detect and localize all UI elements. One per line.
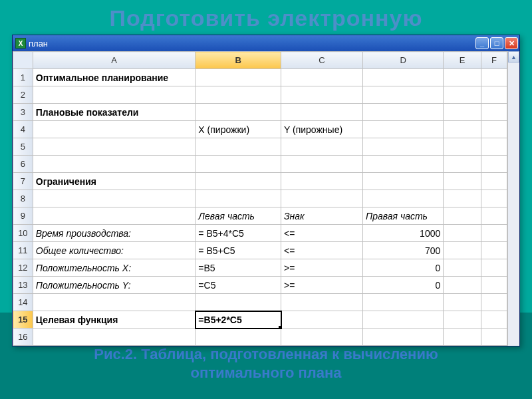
row-header[interactable]: 1 bbox=[13, 69, 33, 86]
cell-C8[interactable] bbox=[281, 190, 363, 207]
cell-B2[interactable] bbox=[196, 86, 281, 104]
cell-D11[interactable]: 700 bbox=[363, 242, 444, 259]
cell-A6[interactable] bbox=[33, 156, 196, 173]
cell-A7[interactable]: Ограничения bbox=[33, 173, 196, 190]
row-header[interactable]: 15 bbox=[13, 311, 33, 329]
cell-D8[interactable] bbox=[363, 190, 444, 207]
cell-E16[interactable] bbox=[444, 329, 481, 346]
cell-D12[interactable]: 0 bbox=[363, 259, 444, 277]
row-header[interactable]: 4 bbox=[13, 121, 33, 138]
cell-D6[interactable] bbox=[363, 156, 444, 173]
cell-F14[interactable] bbox=[481, 294, 507, 311]
col-header-A[interactable]: A bbox=[33, 52, 196, 69]
row-header[interactable]: 12 bbox=[13, 259, 33, 277]
select-all-corner[interactable] bbox=[13, 52, 33, 69]
cell-F8[interactable] bbox=[481, 190, 507, 207]
row-header[interactable]: 9 bbox=[13, 207, 33, 225]
col-header-E[interactable]: E bbox=[444, 52, 481, 69]
cell-A1[interactable]: Оптимальное планирование bbox=[33, 69, 196, 86]
cell-F4[interactable] bbox=[481, 121, 507, 138]
cell-D15[interactable] bbox=[363, 311, 444, 329]
cell-A14[interactable] bbox=[33, 294, 196, 311]
cell-F13[interactable] bbox=[481, 277, 507, 294]
maximize-button[interactable]: □ bbox=[490, 37, 503, 49]
cell-A16[interactable] bbox=[33, 329, 196, 346]
cell-D4[interactable] bbox=[363, 121, 444, 138]
cell-A3[interactable]: Плановые показатели bbox=[33, 104, 196, 121]
cell-B1[interactable] bbox=[196, 69, 281, 86]
cell-E3[interactable] bbox=[444, 104, 481, 121]
close-button[interactable]: ✕ bbox=[505, 37, 518, 49]
cell-B6[interactable] bbox=[196, 156, 281, 173]
cell-E10[interactable] bbox=[444, 225, 481, 242]
cell-E8[interactable] bbox=[444, 190, 481, 207]
cell-D2[interactable] bbox=[363, 86, 444, 104]
cell-F3[interactable] bbox=[481, 104, 507, 121]
cell-B13[interactable]: =C5 bbox=[196, 277, 281, 294]
cell-F5[interactable] bbox=[481, 138, 507, 156]
cell-E1[interactable] bbox=[444, 69, 481, 86]
cell-E6[interactable] bbox=[444, 156, 481, 173]
col-header-F[interactable]: F bbox=[481, 52, 507, 69]
cell-A13[interactable]: Положительность Y: bbox=[33, 277, 196, 294]
cell-F11[interactable] bbox=[481, 242, 507, 259]
cell-F6[interactable] bbox=[481, 156, 507, 173]
cell-C7[interactable] bbox=[281, 173, 363, 190]
cell-C12[interactable]: >= bbox=[281, 259, 363, 277]
cell-E14[interactable] bbox=[444, 294, 481, 311]
cell-C3[interactable] bbox=[281, 104, 363, 121]
cell-E4[interactable] bbox=[444, 121, 481, 138]
row-header[interactable]: 11 bbox=[13, 242, 33, 259]
cell-F10[interactable] bbox=[481, 225, 507, 242]
cell-F7[interactable] bbox=[481, 173, 507, 190]
cell-D16[interactable] bbox=[363, 329, 444, 346]
cell-D1[interactable] bbox=[363, 69, 444, 86]
cell-B11[interactable]: = B5+C5 bbox=[196, 242, 281, 259]
cell-F9[interactable] bbox=[481, 207, 507, 225]
col-header-C[interactable]: C bbox=[281, 52, 363, 69]
cell-B5[interactable] bbox=[196, 138, 281, 156]
cell-B8[interactable] bbox=[196, 190, 281, 207]
cell-A12[interactable]: Положительность X: bbox=[33, 259, 196, 277]
cell-B10[interactable]: = B5+4*C5 bbox=[196, 225, 281, 242]
cell-D13[interactable]: 0 bbox=[363, 277, 444, 294]
row-header[interactable]: 7 bbox=[13, 173, 33, 190]
row-header[interactable]: 3 bbox=[13, 104, 33, 121]
cell-C4[interactable]: Y (пирожные) bbox=[281, 121, 363, 138]
cell-A2[interactable] bbox=[33, 86, 196, 104]
cell-B12[interactable]: =B5 bbox=[196, 259, 281, 277]
cell-D3[interactable] bbox=[363, 104, 444, 121]
cell-B4[interactable]: X (пирожки) bbox=[196, 121, 281, 138]
cell-E9[interactable] bbox=[444, 207, 481, 225]
cell-C2[interactable] bbox=[281, 86, 363, 104]
scroll-up-button[interactable]: ▲ bbox=[508, 51, 519, 63]
cell-D9[interactable]: Правая часть bbox=[363, 207, 444, 225]
cell-A8[interactable] bbox=[33, 190, 196, 207]
cell-C1[interactable] bbox=[281, 69, 363, 86]
cell-F16[interactable] bbox=[481, 329, 507, 346]
cell-A9[interactable] bbox=[33, 207, 196, 225]
cell-E2[interactable] bbox=[444, 86, 481, 104]
cell-E13[interactable] bbox=[444, 277, 481, 294]
cell-B14[interactable] bbox=[196, 294, 281, 311]
vertical-scrollbar[interactable]: ▲ bbox=[507, 51, 519, 346]
cell-F12[interactable] bbox=[481, 259, 507, 277]
row-header[interactable]: 13 bbox=[13, 277, 33, 294]
cell-D5[interactable] bbox=[363, 138, 444, 156]
cell-C10[interactable]: <= bbox=[281, 225, 363, 242]
row-header[interactable]: 8 bbox=[13, 190, 33, 207]
col-header-D[interactable]: D bbox=[363, 52, 444, 69]
spreadsheet[interactable]: A B C D E F 1Оптимальное планирование23П… bbox=[13, 51, 507, 346]
cell-F2[interactable] bbox=[481, 86, 507, 104]
cell-C14[interactable] bbox=[281, 294, 363, 311]
col-header-B[interactable]: B bbox=[196, 52, 281, 69]
row-header[interactable]: 5 bbox=[13, 138, 33, 156]
cell-B9[interactable]: Левая часть bbox=[196, 207, 281, 225]
cell-F1[interactable] bbox=[481, 69, 507, 86]
row-header[interactable]: 10 bbox=[13, 225, 33, 242]
row-header[interactable]: 6 bbox=[13, 156, 33, 173]
cell-C11[interactable]: <= bbox=[281, 242, 363, 259]
cell-C15[interactable] bbox=[281, 311, 363, 329]
cell-E15[interactable] bbox=[444, 311, 481, 329]
cell-B7[interactable] bbox=[196, 173, 281, 190]
